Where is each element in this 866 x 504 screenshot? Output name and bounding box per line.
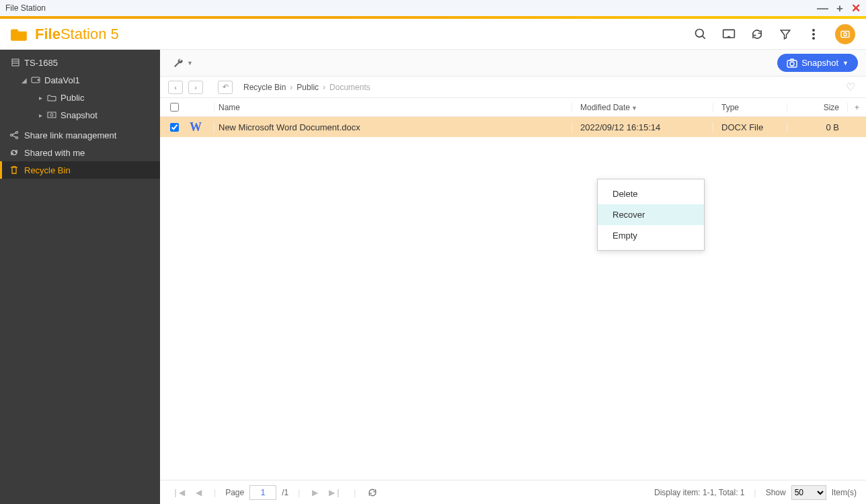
- caret-right-icon: ▸: [38, 94, 43, 101]
- row-checkbox[interactable]: [170, 123, 179, 132]
- breadcrumb-seg-1[interactable]: Recycle Bin: [243, 83, 286, 92]
- svg-point-14: [50, 114, 53, 116]
- sidebar-shared-label: Shared with me: [24, 148, 85, 158]
- caret-down-icon: ▼: [187, 60, 193, 67]
- nav-forward-button[interactable]: ›: [188, 81, 203, 94]
- sort-desc-icon: ▼: [631, 105, 637, 112]
- user-avatar[interactable]: [835, 24, 855, 44]
- tree-public-label: Public: [61, 93, 84, 103]
- items-label: Item(s): [832, 488, 857, 497]
- ctx-empty[interactable]: Empty: [598, 225, 704, 246]
- sync-icon: [9, 148, 19, 157]
- svg-point-0: [696, 29, 704, 37]
- wrench-icon: [172, 57, 184, 69]
- sidebar: TS-1685 ◢ DataVol1 ▸ Public ▸ Snapshot S…: [0, 50, 160, 504]
- table-row[interactable]: W New Microsoft Word Document.docx 2022/…: [160, 117, 866, 137]
- col-modified[interactable]: Modified Date▼: [572, 103, 713, 112]
- app-logo: FileStation 5: [11, 26, 119, 43]
- refresh-icon[interactable]: [750, 28, 764, 41]
- svg-rect-8: [12, 59, 19, 66]
- tree-volume-label: DataVol1: [44, 75, 80, 85]
- window-titlebar: File Station — + ✕: [0, 0, 866, 16]
- caret-right-icon: ▸: [38, 112, 43, 119]
- nav-back-button[interactable]: ‹: [168, 81, 183, 94]
- svg-point-7: [844, 32, 847, 36]
- add-column-button[interactable]: +: [847, 103, 866, 112]
- sidebar-share-link-label: Share link management: [24, 130, 116, 140]
- snapshot-label: Snapshot: [801, 58, 838, 68]
- col-size[interactable]: Size: [787, 103, 847, 112]
- close-button[interactable]: ✕: [851, 3, 861, 14]
- server-icon: [11, 58, 20, 67]
- page-prev-button[interactable]: ◀: [193, 488, 204, 497]
- row-modified: 2022/09/12 16:15:14: [572, 122, 713, 132]
- filter-icon[interactable]: [779, 28, 792, 41]
- tree-snapshot[interactable]: ▸ Snapshot: [0, 106, 160, 124]
- maximize-button[interactable]: +: [836, 3, 843, 14]
- page-size-select[interactable]: 50: [791, 485, 826, 500]
- drive-icon: [31, 77, 40, 83]
- sidebar-recycle-label: Recycle Bin: [24, 165, 71, 175]
- breadcrumb-seg-3: Documents: [329, 83, 370, 92]
- sidebar-share-link[interactable]: Share link management: [0, 126, 160, 144]
- row-name: New Microsoft Word Document.docx: [214, 122, 572, 132]
- window-title: File Station: [5, 3, 46, 13]
- sidebar-shared-with-me[interactable]: Shared with me: [0, 144, 160, 161]
- tree-root[interactable]: TS-1685: [0, 54, 160, 71]
- svg-point-21: [790, 62, 794, 66]
- breadcrumb: Recycle Bin › Public › Documents: [243, 83, 370, 92]
- svg-line-19: [12, 136, 16, 138]
- word-file-icon: W: [188, 120, 203, 134]
- svg-point-12: [38, 79, 39, 81]
- page-first-button[interactable]: ❘◀: [169, 488, 188, 497]
- minimize-button[interactable]: —: [817, 3, 828, 14]
- svg-point-4: [812, 33, 815, 36]
- snapshot-button[interactable]: Snapshot ▼: [777, 54, 858, 72]
- show-label: Show: [766, 488, 786, 497]
- select-all-checkbox[interactable]: [170, 103, 179, 112]
- tree-root-label: TS-1685: [24, 58, 58, 68]
- breadcrumb-seg-2[interactable]: Public: [297, 83, 319, 92]
- page-last-button[interactable]: ▶❘: [326, 488, 344, 497]
- page-total: /1: [282, 488, 288, 497]
- col-type[interactable]: Type: [713, 103, 787, 112]
- trash-icon: [9, 165, 19, 175]
- row-type: DOCX File: [713, 122, 787, 132]
- more-icon[interactable]: [807, 28, 820, 41]
- camera-icon: [787, 58, 797, 68]
- svg-rect-6: [841, 31, 849, 37]
- share-icon: [9, 130, 19, 140]
- ctx-delete[interactable]: Delete: [598, 183, 704, 204]
- svg-point-5: [812, 37, 815, 40]
- caret-down-icon: ▼: [842, 60, 849, 67]
- folder-outline-icon: [47, 94, 56, 101]
- page-next-button[interactable]: ▶: [309, 488, 321, 497]
- footer: ❘◀ ◀ | Page /1 | ▶ ▶❘ | Display item: 1-…: [160, 480, 866, 504]
- toolbar: ▼ Snapshot ▼: [160, 50, 866, 77]
- snapshot-small-icon: [47, 112, 56, 118]
- cast-icon[interactable]: [722, 28, 736, 41]
- ctx-recover[interactable]: Recover: [598, 204, 704, 225]
- breadcrumb-bar: ‹ › ↶ Recycle Bin › Public › Documents ♡: [160, 77, 866, 98]
- favorite-icon[interactable]: ♡: [846, 81, 855, 93]
- context-menu: Delete Recover Empty: [597, 179, 705, 251]
- nav-up-button[interactable]: ↶: [218, 81, 233, 94]
- table-header: Name Modified Date▼ Type Size +: [160, 98, 866, 117]
- page-input[interactable]: [249, 485, 276, 500]
- tree-public[interactable]: ▸ Public: [0, 89, 160, 106]
- main-area: ▼ Snapshot ▼ ‹ › ↶ Recycle Bin › Public …: [160, 50, 866, 504]
- search-icon[interactable]: [694, 28, 707, 41]
- folder-icon: [11, 27, 28, 42]
- tree-volume[interactable]: ◢ DataVol1: [0, 71, 160, 89]
- col-name[interactable]: Name: [214, 103, 572, 112]
- page-label: Page: [225, 488, 244, 497]
- app-title: FileStation 5: [35, 26, 119, 43]
- caret-down-icon: ◢: [22, 77, 27, 84]
- tools-dropdown[interactable]: ▼: [168, 54, 197, 72]
- app-header: FileStation 5: [0, 19, 866, 50]
- sidebar-recycle-bin[interactable]: Recycle Bin: [0, 161, 160, 179]
- svg-rect-13: [48, 112, 56, 118]
- svg-point-3: [812, 29, 815, 32]
- svg-line-1: [703, 36, 705, 38]
- refresh-button[interactable]: [365, 488, 380, 497]
